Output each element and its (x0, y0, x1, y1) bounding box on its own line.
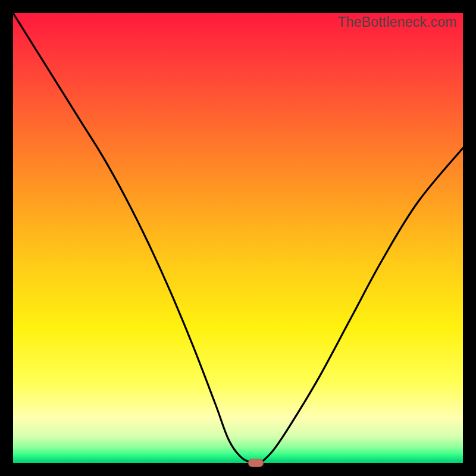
optimal-point-marker (248, 459, 264, 467)
plot-area: TheBottleneck.com (13, 13, 463, 463)
chart-frame: TheBottleneck.com (0, 0, 476, 476)
curve-path (13, 13, 463, 464)
bottleneck-curve (13, 13, 463, 463)
